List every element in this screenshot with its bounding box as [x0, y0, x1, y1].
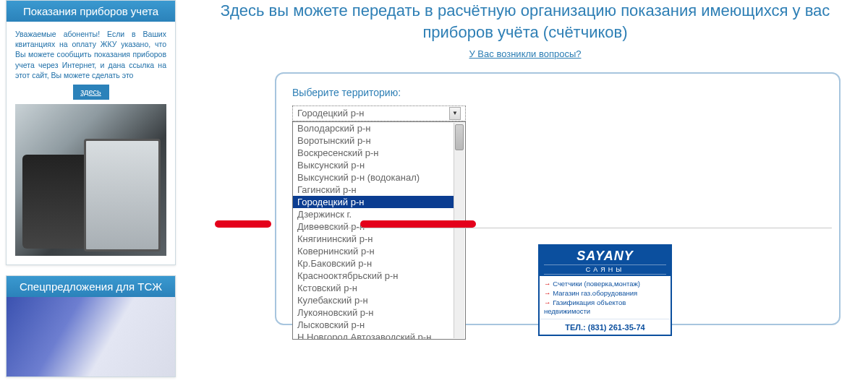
- annotation-mark-left: [215, 220, 271, 228]
- chevron-down-icon[interactable]: ▼: [449, 107, 461, 120]
- select-label: Выберите территорию:: [292, 87, 823, 98]
- ad-line: недвижимости: [544, 307, 666, 317]
- dropdown-option[interactable]: Дзержинск г.: [293, 208, 454, 220]
- ad-sublogo: САЯНЫ: [544, 264, 666, 275]
- widget-title: Показания приборов учета: [7, 1, 175, 22]
- selected-value: Городецкий р-н: [297, 106, 364, 121]
- select-display[interactable]: Городецкий р-н ▼: [292, 106, 466, 121]
- dropdown-option[interactable]: Гагинский р-н: [293, 184, 454, 196]
- scrollbar[interactable]: [454, 123, 464, 338]
- widget-text: Уважаемые абоненты! Если в Ваших квитанц…: [15, 30, 166, 79]
- annotation-mark-right: [360, 220, 476, 228]
- divider: [304, 228, 832, 228]
- widget-title: Спецпредложения для ТСЖ: [7, 276, 175, 297]
- special-offers-widget: Спецпредложения для ТСЖ: [6, 275, 176, 377]
- dropdown-option[interactable]: Лысковский р-н: [293, 319, 454, 331]
- dropdown-list: Володарский р-нВоротынский р-нВоскресенс…: [293, 122, 465, 339]
- dropdown-option[interactable]: Воротынский р-н: [293, 134, 454, 147]
- scrollbar-thumb[interactable]: [455, 124, 464, 150]
- dropdown-option[interactable]: Володарский р-н: [293, 122, 454, 134]
- ad-line: Газификация объектов: [544, 298, 666, 308]
- dropdown-option[interactable]: Кр.Баковский р-н: [293, 257, 454, 270]
- meter-image: [15, 104, 166, 256]
- dropdown-option[interactable]: Кстовский р-н: [293, 282, 454, 294]
- sidebar: Показания приборов учета Уважаемые абоне…: [6, 0, 176, 383]
- ad-logo: SAYANY: [540, 249, 671, 264]
- ad-services-list: Счетчики (поверка,монтаж)Магазин газ.обо…: [540, 276, 671, 319]
- main-content: Здесь вы можете передать в расчётную орг…: [188, 0, 862, 325]
- widget-body: Уважаемые абоненты! Если в Ваших квитанц…: [7, 22, 175, 264]
- here-link[interactable]: здесь: [73, 85, 109, 100]
- territory-select[interactable]: Городецкий р-н ▼ Володарский р-нВоротынс…: [292, 106, 466, 121]
- meter-readings-widget: Показания приборов учета Уважаемые абоне…: [6, 0, 176, 265]
- ad-line: Счетчики (поверка,монтаж): [544, 280, 666, 289]
- ad-line: Магазин газ.оборудования: [544, 289, 666, 298]
- dropdown-option[interactable]: Выксунский р-н: [293, 159, 454, 171]
- territory-dropdown: Володарский р-нВоротынский р-нВоскресенс…: [292, 121, 466, 340]
- ad-phone: ТЕЛ.: (831) 261-35-74: [540, 319, 671, 335]
- dropdown-option[interactable]: Княгининский р-н: [293, 233, 454, 245]
- questions-link[interactable]: У Вас возникли вопросы?: [188, 48, 862, 59]
- special-offers-image: [7, 297, 175, 376]
- dropdown-option[interactable]: Кулебакский р-н: [293, 294, 454, 306]
- dropdown-option[interactable]: Выксунский р-н (водоканал): [293, 171, 454, 184]
- dropdown-option[interactable]: Н.Новгород Автозаводский р-н: [293, 331, 454, 339]
- dropdown-option[interactable]: Ковернинский р-н: [293, 245, 454, 257]
- dropdown-option[interactable]: Лукояновский р-н: [293, 306, 454, 319]
- page-title: Здесь вы можете передать в расчётную орг…: [188, 0, 862, 48]
- dropdown-option[interactable]: Городецкий р-н: [293, 196, 454, 208]
- ad-header: SAYANY САЯНЫ: [540, 246, 671, 276]
- dropdown-option[interactable]: Воскресенский р-н: [293, 147, 454, 159]
- dropdown-option[interactable]: Краснооктябрьский р-н: [293, 270, 454, 282]
- ad-banner[interactable]: SAYANY САЯНЫ Счетчики (поверка,монтаж)Ма…: [538, 244, 672, 336]
